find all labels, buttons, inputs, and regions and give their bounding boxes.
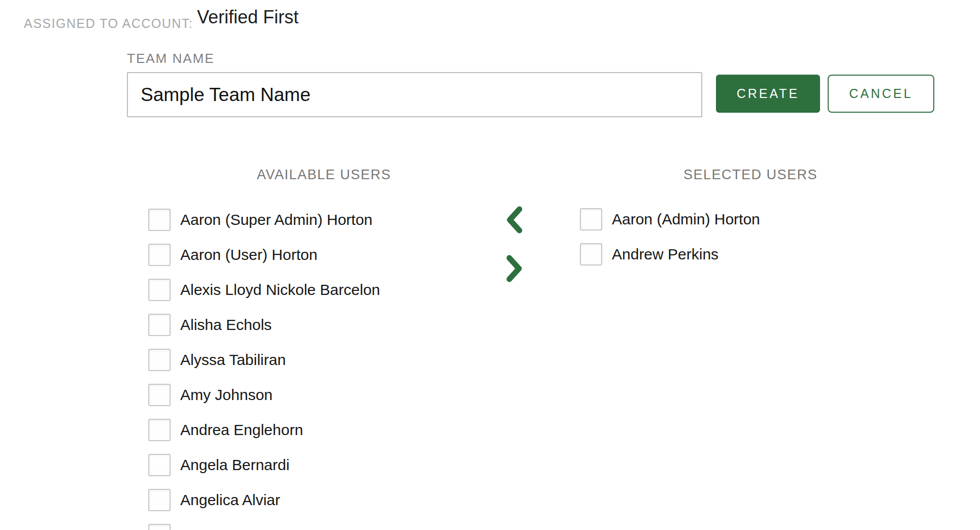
user-checkbox[interactable] — [148, 244, 171, 266]
user-name-label: Andrew Perkins — [612, 246, 718, 263]
user-name-label: Aaron (Admin) Horton — [612, 211, 760, 228]
user-name-label: Aaron (Super Admin) Horton — [180, 211, 373, 228]
available-users-list: Aaron (Super Admin) Horton Aaron (User) … — [148, 209, 504, 530]
team-name-label: TEAM NAME — [127, 51, 215, 67]
user-row[interactable]: Andrew Perkins — [580, 243, 935, 266]
move-to-selected-button[interactable] — [505, 254, 524, 283]
user-checkbox[interactable] — [148, 209, 171, 231]
user-row[interactable]: Amy Johnson — [148, 384, 504, 406]
chevron-right-icon — [505, 254, 524, 283]
user-row[interactable]: Aaron (Super Admin) Horton — [148, 209, 504, 231]
user-checkbox[interactable] — [148, 454, 171, 476]
user-checkbox[interactable] — [580, 243, 602, 266]
user-row[interactable] — [148, 524, 504, 530]
user-checkbox[interactable] — [580, 208, 602, 230]
create-button[interactable]: CREATE — [716, 75, 820, 113]
user-row[interactable]: Alisha Echols — [148, 314, 504, 336]
user-checkbox[interactable] — [148, 524, 171, 530]
move-to-available-button[interactable] — [505, 206, 524, 234]
cancel-button[interactable]: CANCEL — [828, 75, 934, 113]
user-checkbox[interactable] — [148, 279, 171, 301]
user-name-label: Alisha Echols — [180, 316, 272, 334]
selected-users-header: SELECTED USERS — [580, 167, 921, 183]
selected-users-list: Aaron (Admin) Horton Andrew Perkins — [580, 208, 935, 278]
chevron-left-icon — [505, 206, 524, 234]
user-checkbox[interactable] — [148, 349, 171, 371]
user-row[interactable]: Alyssa Tabiliran — [148, 349, 504, 371]
user-checkbox[interactable] — [148, 384, 171, 406]
account-name: Verified First — [197, 7, 299, 28]
user-row[interactable]: Aaron (Admin) Horton — [580, 208, 935, 230]
user-checkbox[interactable] — [148, 419, 171, 441]
user-row[interactable]: Alexis Lloyd Nickole Barcelon — [148, 279, 504, 301]
user-name-label: Angela Bernardi — [180, 456, 289, 474]
user-checkbox[interactable] — [148, 489, 171, 511]
user-name-label: Amy Johnson — [180, 386, 273, 404]
user-name-label: Angelica Alviar — [180, 491, 280, 509]
user-row[interactable]: Angela Bernardi — [148, 454, 504, 476]
user-name-label: Alexis Lloyd Nickole Barcelon — [180, 281, 380, 299]
user-checkbox[interactable] — [148, 314, 171, 336]
user-name-label: Andrea Englehorn — [180, 421, 303, 439]
user-name-label: Alyssa Tabiliran — [180, 351, 286, 369]
assigned-to-account-label: ASSIGNED TO ACCOUNT: — [24, 16, 193, 31]
user-name-label: Aaron (User) Horton — [180, 246, 317, 263]
user-row[interactable]: Andrea Englehorn — [148, 419, 504, 441]
team-name-input[interactable] — [127, 72, 702, 117]
user-row[interactable]: Angelica Alviar — [148, 489, 504, 511]
user-row[interactable]: Aaron (User) Horton — [148, 244, 504, 266]
available-users-header: AVAILABLE USERS — [148, 167, 500, 183]
